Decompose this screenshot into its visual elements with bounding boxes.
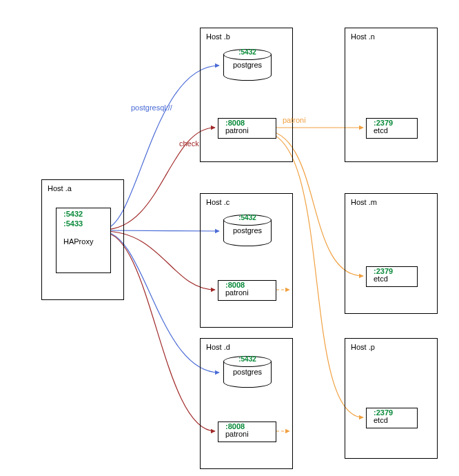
- postgres-d-port: :5432: [223, 355, 272, 363]
- postgres-b-port: :5432: [223, 48, 272, 56]
- host-m: Host .m :2379 etcd: [345, 193, 438, 314]
- host-d: Host .d :5432 postgres :8008 patroni: [200, 338, 293, 469]
- host-b-title: Host .b: [206, 32, 230, 41]
- host-n-title: Host .n: [351, 32, 375, 41]
- etcd-m-label: etcd: [374, 275, 417, 283]
- host-a: Host .a :5432 :5433 HAProxy: [41, 179, 124, 300]
- edge-label-postgresql: postgresql://: [131, 103, 172, 112]
- patroni-d-label: patroni: [225, 430, 276, 438]
- host-c-title: Host .c: [206, 198, 229, 206]
- postgres-b-label: postgres: [223, 61, 272, 69]
- postgres-b: :5432 postgres: [223, 49, 272, 81]
- host-p-title: Host .p: [351, 343, 375, 351]
- postgres-d-label: postgres: [223, 368, 272, 376]
- etcd-m: :2379 etcd: [366, 266, 418, 287]
- postgres-c-label: postgres: [223, 226, 272, 235]
- host-c: Host .c :5432 postgres :8008 patroni: [200, 193, 293, 328]
- patroni-b: :8008 patroni: [218, 118, 276, 139]
- haproxy-label: HAProxy: [63, 237, 110, 246]
- haproxy-port-5432: :5432: [63, 210, 110, 218]
- host-a-title: Host .a: [48, 184, 72, 192]
- host-d-title: Host .d: [206, 343, 230, 351]
- etcd-p: :2379 etcd: [366, 408, 418, 428]
- patroni-c: :8008 patroni: [218, 280, 276, 301]
- postgres-c: :5432 postgres: [223, 215, 272, 246]
- haproxy-component: :5432 :5433 HAProxy: [56, 208, 111, 273]
- patroni-c-label: patroni: [225, 288, 276, 297]
- haproxy-port-5433: :5433: [63, 219, 110, 228]
- postgres-d: :5432 postgres: [223, 356, 272, 388]
- etcd-n-label: etcd: [374, 126, 417, 135]
- etcd-p-label: etcd: [374, 416, 417, 424]
- host-b: Host .b :5432 postgres :8008 patroni: [200, 28, 293, 162]
- host-m-title: Host .m: [351, 198, 377, 206]
- postgres-c-port: :5432: [223, 214, 272, 221]
- edge-label-check: check: [179, 139, 199, 148]
- patroni-b-label: patroni: [225, 126, 276, 135]
- patroni-d: :8008 patroni: [218, 422, 276, 442]
- host-n: Host .n :2379 etcd: [345, 28, 438, 162]
- edge-label-patroni: patroni: [283, 116, 306, 124]
- host-p: Host .p :2379 etcd: [345, 338, 438, 459]
- etcd-n: :2379 etcd: [366, 118, 418, 139]
